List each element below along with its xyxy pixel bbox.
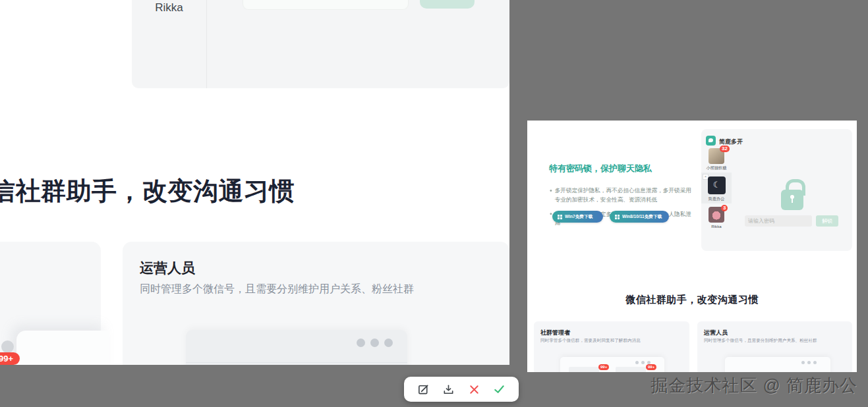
password-input-fragment xyxy=(243,0,409,10)
account-label: 简鹿办公 xyxy=(702,196,730,202)
mini-input xyxy=(569,367,599,372)
unread-badge: 99+ xyxy=(0,352,20,365)
card-title: 运营人员 xyxy=(704,329,728,337)
confirm-icon xyxy=(493,383,506,396)
download-icon xyxy=(442,383,455,396)
sidebar-divider xyxy=(206,0,207,88)
windows-logo-icon xyxy=(558,215,562,219)
screenshot-toolbar xyxy=(404,377,519,402)
card-title: 运营人员 xyxy=(140,259,195,277)
window-titlebar-divider xyxy=(186,362,407,363)
app-logo-icon xyxy=(706,136,716,146)
card-subtitle: 同时掌管多个微信群，需要及时回复和了解群内消息 xyxy=(540,337,680,343)
download-button-label: Win8/10/11免费下载 xyxy=(622,213,662,219)
card-operator: 运营人员 同时管理多个微信号，且需要分别维护用户关系、粉丝社群 xyxy=(123,242,509,365)
win8-10-11-download-button: Win8/10/11免费下载 xyxy=(610,211,669,223)
mini-input xyxy=(616,367,646,372)
download-button-label: Win7免费下载 xyxy=(565,213,593,219)
mini-window xyxy=(725,357,830,372)
feature-bullet-list: 多开锁定保护隐私，再不必担心信息泄露，多开锁采用专业的加密技术，安全性高、资源消… xyxy=(549,186,691,233)
account-avatar: ☾ xyxy=(708,176,726,194)
feature-heading: 特有密码锁，保护聊天隐私 xyxy=(549,163,652,175)
card-community-manager-clipped: 99+ xyxy=(0,242,101,365)
window-dots-icon xyxy=(801,361,817,364)
page-heading-clipped: 信社群助手，改变沟通习惯 xyxy=(0,175,295,208)
card-operator: 运营人员 同时管理多个微信号，且需要分别维护用户关系、粉丝社群 xyxy=(697,321,852,372)
cancel-button[interactable] xyxy=(465,381,482,398)
mini-window xyxy=(186,330,407,365)
unlock-button: 解锁 xyxy=(816,215,838,227)
password-input xyxy=(745,215,812,227)
avatar xyxy=(1,340,14,353)
confirm-button[interactable] xyxy=(491,381,508,398)
unread-badge: 3 xyxy=(721,205,728,211)
unlock-button-fragment xyxy=(420,0,475,9)
feature-bullet: 多开锁定保护隐私，再不必担心信息泄露，多开锁采用专业的加密技术，安全性高、资源消… xyxy=(549,186,691,204)
account-label: 小熊猫软糖 xyxy=(702,165,730,171)
lock-icon-body xyxy=(781,190,803,210)
unread-badge: 32 xyxy=(720,146,730,152)
edit-button[interactable] xyxy=(415,381,432,398)
win7-download-button: Win7免费下载 xyxy=(552,211,603,223)
card-subtitle: 同时管理多个微信号，且需要分别维护用户关系、粉丝社群 xyxy=(140,283,414,296)
mini-window xyxy=(16,331,109,365)
download-button[interactable] xyxy=(440,381,457,398)
watermark-text: 掘金技术社区 @ 简鹿办公 xyxy=(651,374,857,397)
unread-badge: 99+ xyxy=(646,364,656,370)
card-subtitle: 同时管理多个微信号，且需要分别维护用户关系、粉丝社群 xyxy=(704,337,843,343)
section-heading: 微信社群助手，改变沟通习惯 xyxy=(527,294,857,306)
cancel-icon xyxy=(468,383,480,396)
card-title: 社群管理者 xyxy=(540,329,570,337)
capture-region: Rikka 信社群助手，改变沟通习惯 99+ 运营人员 同时管理多个微信号，且需… xyxy=(0,0,509,365)
page-preview-panel: 简鹿多开 32 小熊猫软糖 × ☾ 简鹿办公 3 Rikka 解锁 特有密码锁，… xyxy=(527,121,857,372)
account-label-rikka: Rikka xyxy=(132,1,206,14)
download-buttons-row: Win7免费下载 Win8/10/11免费下载 xyxy=(552,211,669,223)
card-community-manager: 社群管理者 同时掌管多个微信群，需要及时回复和了解群内消息 99+ 99+ xyxy=(534,321,689,372)
window-dots-icon xyxy=(357,339,393,347)
mini-window: 99+ 99+ xyxy=(560,357,664,372)
edit-icon xyxy=(417,383,430,396)
unread-badge: 99+ xyxy=(598,364,609,370)
account-label: Rikka xyxy=(702,224,730,229)
app-screenshot-preview: 简鹿多开 32 小熊猫软糖 × ☾ 简鹿办公 3 Rikka 解锁 xyxy=(701,129,852,251)
windows-logo-icon xyxy=(615,215,620,219)
